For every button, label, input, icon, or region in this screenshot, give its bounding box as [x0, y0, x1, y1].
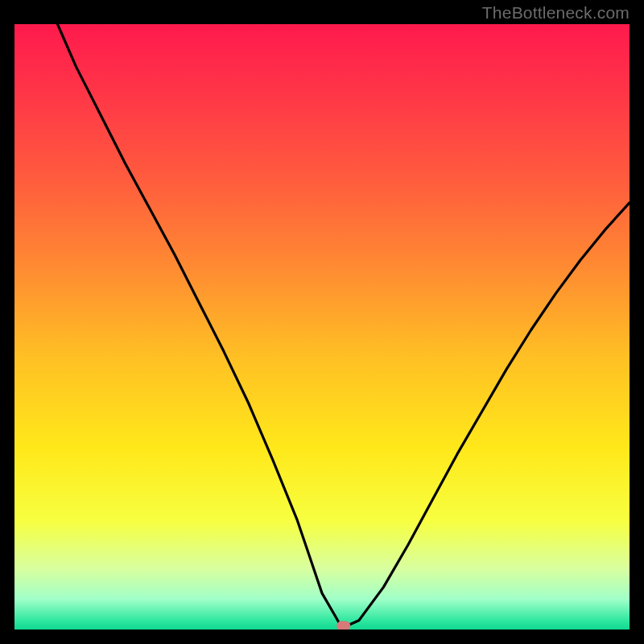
- gradient-background: [14, 24, 630, 630]
- plot-area: [14, 24, 630, 630]
- bottleneck-chart: [14, 24, 630, 630]
- watermark-text: TheBottleneck.com: [482, 3, 630, 23]
- chart-frame: TheBottleneck.com: [0, 0, 644, 644]
- optimal-point-marker: [337, 621, 350, 630]
